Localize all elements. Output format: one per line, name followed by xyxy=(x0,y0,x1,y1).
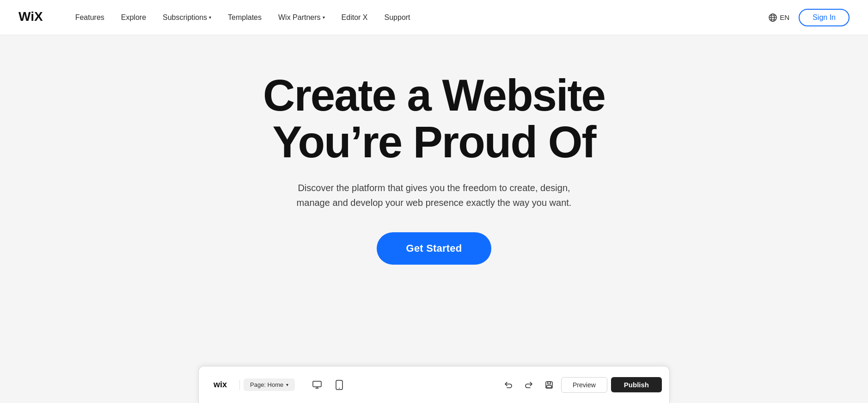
desktop-view-button[interactable] xyxy=(310,378,324,392)
page-label: Page: Home xyxy=(250,381,283,388)
nav-right: EN Sign In xyxy=(769,9,850,26)
main-nav: WiX Features Explore Subscriptions ▾ Tem… xyxy=(0,0,868,35)
nav-features[interactable]: Features xyxy=(75,13,104,22)
nav-support[interactable]: Support xyxy=(385,13,410,22)
svg-rect-14 xyxy=(547,385,551,388)
partners-chevron-icon: ▾ xyxy=(323,15,325,20)
hero-title: Create a Website You’re Proud Of xyxy=(263,72,605,166)
wix-logo[interactable]: WiX xyxy=(18,10,53,25)
editor-right-actions: Preview Publish xyxy=(493,377,662,393)
save-button[interactable] xyxy=(541,377,557,393)
globe-icon xyxy=(769,13,777,22)
svg-point-11 xyxy=(339,388,340,389)
nav-explore[interactable]: Explore xyxy=(121,13,146,22)
svg-rect-7 xyxy=(313,381,321,387)
nav-editor-x[interactable]: Editor X xyxy=(342,13,368,22)
nav-links: Features Explore Subscriptions ▾ Templat… xyxy=(75,13,769,22)
undo-button[interactable] xyxy=(500,377,517,393)
preview-button[interactable]: Preview xyxy=(561,377,607,393)
publish-button[interactable]: Publish xyxy=(611,377,662,392)
svg-text:wix: wix xyxy=(214,380,227,388)
nav-subscriptions[interactable]: Subscriptions ▾ xyxy=(163,13,211,22)
page-selector[interactable]: Page: Home ▾ xyxy=(244,378,295,391)
device-icons xyxy=(302,378,354,392)
hero-section: Create a Website You’re Proud Of Discove… xyxy=(0,35,868,366)
svg-rect-13 xyxy=(548,382,550,384)
sign-in-button[interactable]: Sign In xyxy=(799,9,850,26)
redo-button[interactable] xyxy=(520,377,537,393)
language-label: EN xyxy=(780,13,789,21)
nav-templates[interactable]: Templates xyxy=(228,13,262,22)
editor-wix-logo: wix xyxy=(206,380,240,390)
page-chevron-icon: ▾ xyxy=(286,382,288,387)
get-started-button[interactable]: Get Started xyxy=(377,232,492,265)
nav-wix-partners[interactable]: Wix Partners ▾ xyxy=(278,13,325,22)
subscriptions-chevron-icon: ▾ xyxy=(209,15,211,20)
mobile-view-button[interactable] xyxy=(332,378,347,392)
editor-bar: wix Page: Home ▾ xyxy=(198,366,670,403)
language-selector[interactable]: EN xyxy=(769,13,789,22)
hero-subtitle: Discover the platform that gives you the… xyxy=(295,180,573,210)
svg-text:WiX: WiX xyxy=(18,10,43,23)
